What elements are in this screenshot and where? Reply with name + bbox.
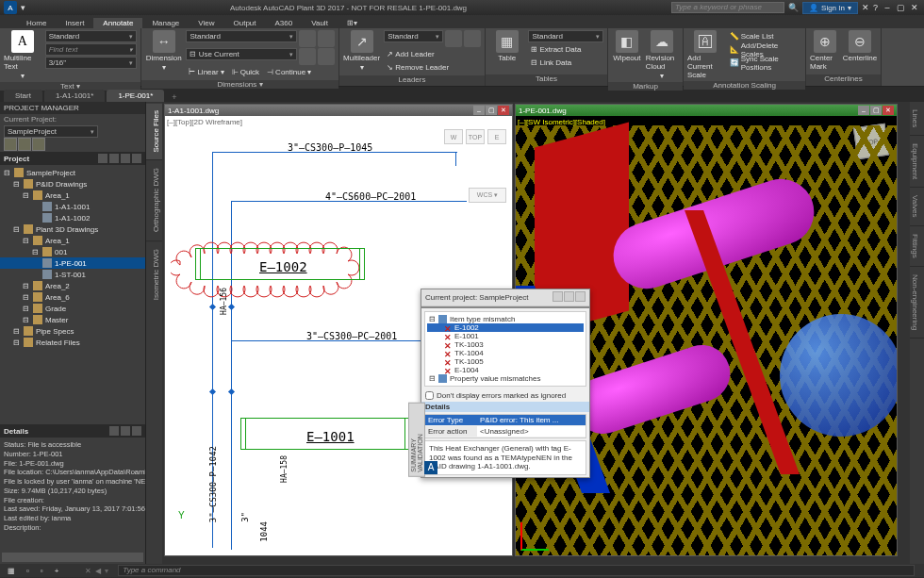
details-scrollbar[interactable] (2, 553, 143, 562)
tree-node[interactable]: ⊟SampleProject (0, 167, 145, 178)
layout-model-icon[interactable]: ▦ (4, 567, 19, 575)
psicon4[interactable] (132, 154, 141, 163)
tree-node[interactable]: ⊟Area_2 (0, 280, 145, 291)
remove-leader-button[interactable]: ↘ Remove Leader (384, 61, 481, 74)
addscale-button[interactable]: 🄰Add Current Scale (687, 30, 723, 79)
layout-l1-icon[interactable]: ▫ (23, 567, 33, 575)
vp-e-icon[interactable]: E (487, 129, 506, 144)
tree-node[interactable]: 1-PE-001 (0, 257, 145, 269)
command-line-input[interactable]: Type a command (118, 565, 915, 576)
val-run-icon[interactable] (575, 291, 586, 302)
dimension-button[interactable]: ↔Dimension▾ (145, 30, 182, 72)
tree-node[interactable]: 1-A1-1002 (0, 212, 145, 223)
doctab-start[interactable]: Start (4, 90, 42, 102)
centermark-button[interactable]: ⊕Center Mark (810, 30, 839, 71)
exchange-icon[interactable]: ✕ (862, 3, 869, 12)
close-icon[interactable]: ✕ (909, 2, 920, 13)
add-leader-button[interactable]: ↗ Add Leader (384, 48, 481, 60)
tab-a360[interactable]: A360 (266, 18, 303, 28)
tab-annotate[interactable]: Annotate (93, 18, 142, 28)
dim-update-icon[interactable] (318, 30, 335, 47)
table-button[interactable]: ▦Table (489, 30, 524, 62)
vp3d-titlebar[interactable]: 1-PE-001.dwg –▢✕ (516, 105, 897, 116)
app-logo-icon[interactable]: A (4, 1, 17, 14)
dim-style-select[interactable]: Standard (186, 30, 297, 42)
dsicon2[interactable] (121, 426, 130, 436)
search-icon[interactable]: 🔍 (788, 3, 799, 12)
tab-home[interactable]: Home (17, 18, 56, 28)
vp-w-icon[interactable]: W (444, 129, 463, 144)
help-icon[interactable]: ? (873, 3, 878, 12)
continue-button[interactable]: ⊣Continue▾ (264, 66, 314, 78)
signin-button[interactable]: 👤Sign In▾ (802, 2, 858, 14)
dim-break-icon[interactable] (299, 48, 316, 65)
maximize-icon[interactable]: ▢ (895, 2, 906, 13)
psicon1[interactable] (98, 154, 107, 163)
tree-node[interactable]: 1-ST-001 (0, 269, 145, 280)
vtab-source-files[interactable]: Source Files (146, 102, 162, 159)
minimize-icon[interactable]: – (882, 2, 893, 13)
psicon3[interactable] (121, 154, 130, 163)
validation-side-tab[interactable]: VALIDATION SUMMARY (408, 403, 425, 477)
multiline-text-button[interactable]: AMultiline Text▾ (4, 30, 41, 80)
leader-collect-icon[interactable] (464, 30, 481, 47)
pm-icon1[interactable] (4, 138, 17, 151)
tree-node[interactable]: ⊟Master (0, 314, 145, 325)
validation-tree[interactable]: ⊟Item type mismatch ✕E-1002 ✕E-1001 ✕TK-… (424, 311, 586, 387)
tab-view[interactable]: View (189, 18, 223, 28)
multileader-button[interactable]: ↗Multileader▾ (343, 30, 380, 72)
text-height-select[interactable]: 3/16" (45, 57, 137, 69)
vp3-min-icon[interactable]: – (858, 106, 869, 115)
tree-node[interactable]: 1-A1-1001 (0, 201, 145, 212)
vp-wcs-button[interactable]: WCS ▾ (469, 188, 506, 203)
vp2d-titlebar[interactable]: 1-A1-1001.dwg –▢✕ (165, 105, 512, 116)
vp3-close-icon[interactable]: ✕ (883, 106, 894, 115)
vtab-iso[interactable]: Isometric DWG (146, 240, 162, 307)
pm-icon3[interactable] (32, 138, 45, 151)
table-style-select[interactable]: Standard (528, 30, 603, 42)
current-project-select[interactable]: SampleProject (4, 125, 98, 138)
qat-icon[interactable]: ▾ (21, 3, 25, 12)
tree-node[interactable]: ⊟P&ID Drawings (0, 178, 145, 190)
rtab-fittings[interactable]: Fittings (910, 226, 924, 267)
dsicon1[interactable] (109, 426, 119, 436)
psicon2[interactable] (109, 154, 119, 163)
revcloud-button[interactable]: ☁Revision Cloud▾ (646, 30, 679, 80)
doctab-2[interactable]: 1-PE-001* (107, 90, 164, 102)
layout-add-icon[interactable]: + (51, 567, 63, 575)
rtab-equipment[interactable]: Equipment (910, 136, 924, 188)
tab-manage[interactable]: Manage (142, 18, 189, 28)
vp-close-icon[interactable]: ✕ (498, 106, 509, 115)
tree-node[interactable]: ⊟Area_1 (0, 190, 145, 201)
wipeout-button[interactable]: ◧Wipeout (612, 30, 642, 62)
leader-align-icon[interactable] (445, 30, 462, 47)
tree-node[interactable]: ⊟Plant 3D Drawings (0, 223, 145, 235)
centerline-button[interactable]: ⊖Centerline (843, 30, 877, 62)
ignore-checkbox-input[interactable] (425, 391, 434, 400)
tab-expand-icon[interactable]: ⊞▾ (338, 18, 367, 28)
layout-l2-icon[interactable]: ▫ (37, 567, 47, 575)
val-check-icon[interactable] (564, 291, 574, 302)
find-text-input[interactable]: Find text (45, 43, 137, 56)
vp-top-button[interactable]: TOP (466, 129, 485, 144)
vp3-max-icon[interactable]: ▢ (870, 106, 882, 115)
leader-style-select[interactable]: Standard (384, 30, 443, 42)
text-style-select[interactable]: Standard (45, 30, 137, 42)
ignore-checkbox[interactable]: Don't display errors marked as ignored (421, 389, 589, 402)
linear-button[interactable]: ⊢Linear▾ (186, 66, 226, 78)
help-search-input[interactable]: Type a keyword or phrase (671, 2, 784, 13)
sync-button[interactable]: 🔄 Sync Scale Positions (727, 57, 801, 69)
val-refresh-icon[interactable] (553, 291, 563, 302)
tab-vault[interactable]: Vault (302, 18, 338, 28)
link-button[interactable]: ⊟ Link Data (528, 57, 603, 69)
tree-node[interactable]: ⊟Pipe Specs (0, 325, 145, 337)
vp-max-icon[interactable]: ▢ (486, 106, 497, 115)
tree-node[interactable]: ⊟001 (0, 246, 145, 257)
use-current-select[interactable]: ⊟ Use Current (186, 48, 297, 60)
extract-button[interactable]: ⊞ Extract Data (528, 43, 603, 56)
rtab-lines[interactable]: Lines (910, 102, 924, 136)
tree-node[interactable]: ⊟Related Files (0, 337, 145, 348)
view-label-2d[interactable]: [–][Top][2D Wireframe] (167, 118, 242, 126)
tab-output[interactable]: Output (224, 18, 266, 28)
validation-panel[interactable]: VALIDATION SUMMARY Current project: Samp… (421, 289, 590, 478)
